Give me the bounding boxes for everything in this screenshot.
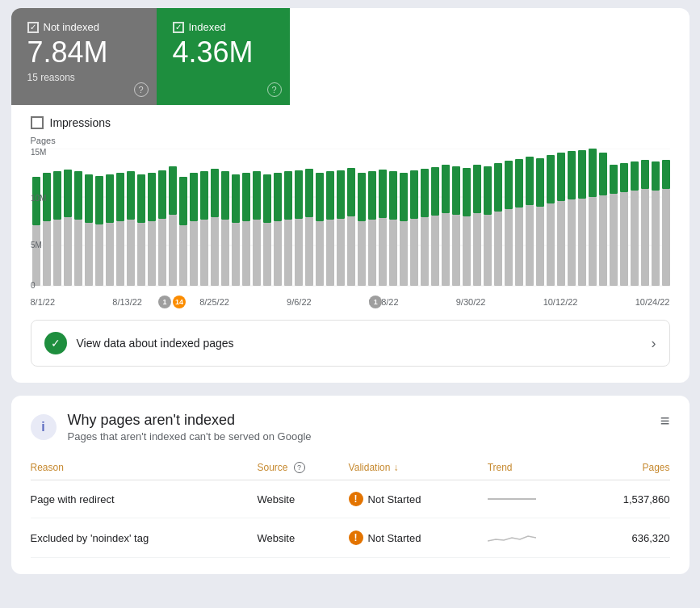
svg-rect-27	[274, 221, 282, 286]
svg-text:10M: 10M	[31, 194, 46, 203]
not-indexed-label[interactable]: Not indexed	[27, 21, 140, 33]
svg-rect-50	[515, 208, 523, 286]
indexed-label[interactable]: Indexed	[173, 21, 274, 33]
row1-trend	[488, 480, 581, 518]
svg-rect-18	[179, 225, 187, 286]
not-indexed-sublabel: 15 reasons	[27, 72, 140, 83]
svg-rect-67	[53, 171, 61, 220]
svg-rect-76	[148, 173, 156, 221]
svg-rect-7	[64, 217, 72, 286]
svg-rect-17	[169, 215, 177, 286]
why-subtitle: Pages that aren't indexed can't be serve…	[68, 430, 312, 442]
svg-rect-104	[442, 165, 450, 213]
svg-rect-34	[347, 216, 355, 286]
svg-rect-96	[358, 173, 366, 221]
svg-rect-73	[116, 173, 124, 221]
svg-rect-103	[431, 167, 439, 216]
index-status-header: Not indexed 7.84M 15 reasons ? Indexed 4…	[11, 8, 690, 105]
svg-rect-113	[536, 158, 544, 207]
svg-rect-123	[641, 160, 649, 189]
impressions-checkbox[interactable]	[31, 116, 44, 129]
x-label-2: 8/25/22	[199, 297, 229, 307]
svg-rect-122	[631, 161, 639, 191]
svg-rect-38	[389, 220, 397, 286]
validation-header: Validation ↓	[349, 455, 488, 480]
svg-rect-75	[137, 174, 145, 223]
trend-dash-1	[488, 498, 536, 500]
svg-rect-102	[421, 169, 429, 217]
svg-rect-22	[221, 220, 229, 286]
svg-rect-4	[32, 225, 40, 286]
svg-rect-118	[589, 149, 597, 197]
svg-rect-101	[410, 170, 418, 219]
bottom-card: i Why pages aren't indexed Pages that ar…	[11, 396, 690, 574]
not-indexed-value: 7.84M	[27, 36, 140, 69]
svg-rect-108	[484, 166, 492, 215]
svg-rect-100	[400, 173, 408, 221]
row1-reason: Page with redirect	[31, 480, 258, 518]
svg-rect-68	[64, 170, 72, 217]
svg-rect-29	[295, 219, 303, 286]
svg-rect-40	[410, 219, 418, 286]
why-title: Why pages aren't indexed	[68, 412, 312, 429]
svg-rect-124	[652, 161, 660, 191]
svg-rect-77	[158, 170, 166, 219]
svg-rect-48	[494, 212, 502, 286]
svg-rect-106	[463, 168, 471, 216]
svg-rect-94	[337, 170, 345, 219]
table-row: Page with redirect Website ! Not Started	[31, 480, 670, 518]
svg-rect-88	[274, 173, 282, 221]
svg-rect-119	[599, 153, 607, 195]
svg-rect-78	[169, 166, 177, 215]
svg-rect-21	[211, 217, 219, 286]
indexed-help-icon[interactable]: ?	[267, 82, 282, 97]
row1-pages: 1,537,860	[581, 480, 670, 518]
not-indexed-text: Not indexed	[44, 21, 99, 33]
chart-area: Pages	[11, 136, 690, 307]
svg-rect-49	[505, 209, 513, 286]
svg-rect-37	[379, 218, 387, 286]
svg-rect-52	[536, 207, 544, 286]
chart-wrapper: 15M 10M 5M 0 1 14 1	[31, 149, 670, 294]
source-help-icon[interactable]: ?	[294, 462, 305, 473]
svg-rect-93	[326, 171, 334, 220]
svg-text:15M: 15M	[31, 149, 46, 157]
svg-rect-114	[547, 155, 555, 203]
svg-rect-31	[316, 221, 324, 286]
svg-rect-97	[368, 171, 376, 220]
trend-header: Trend	[488, 455, 581, 480]
svg-rect-57	[589, 197, 597, 286]
sort-icon[interactable]: ↓	[393, 462, 398, 473]
svg-rect-58	[599, 195, 607, 286]
impressions-row[interactable]: Impressions	[11, 105, 690, 136]
pages-header: Pages	[581, 455, 670, 480]
indexed-checkbox[interactable]	[173, 22, 184, 33]
x-label-4: 9/18/22	[369, 297, 399, 307]
filter-icon[interactable]: ≡	[660, 412, 670, 430]
svg-rect-84	[232, 174, 240, 223]
not-indexed-checkbox[interactable]	[27, 22, 39, 33]
table-row: Excluded by 'noindex' tag Website ! Not …	[31, 518, 670, 558]
svg-rect-61	[631, 191, 639, 286]
svg-rect-95	[347, 168, 355, 216]
svg-rect-64	[662, 189, 670, 286]
svg-rect-105	[452, 166, 460, 215]
svg-rect-11	[106, 223, 114, 286]
indexed-text: Indexed	[189, 21, 226, 33]
row1-status: Not Started	[368, 493, 421, 505]
svg-rect-125	[662, 160, 670, 189]
view-data-row[interactable]: ✓ View data about indexed pages ›	[31, 320, 670, 367]
indexed-value: 4.36M	[173, 36, 274, 69]
svg-rect-9	[85, 223, 93, 286]
row1-source: Website	[257, 480, 348, 518]
row2-status: Not Started	[368, 532, 421, 544]
impressions-label: Impressions	[50, 116, 111, 129]
svg-rect-33	[337, 219, 345, 286]
svg-rect-79	[179, 177, 187, 225]
svg-rect-28	[284, 220, 292, 286]
why-header-left: i Why pages aren't indexed Pages that ar…	[31, 412, 312, 442]
svg-rect-69	[74, 171, 82, 220]
svg-rect-43	[442, 213, 450, 286]
not-indexed-help-icon[interactable]: ?	[134, 82, 149, 97]
chevron-right-icon: ›	[652, 335, 656, 352]
